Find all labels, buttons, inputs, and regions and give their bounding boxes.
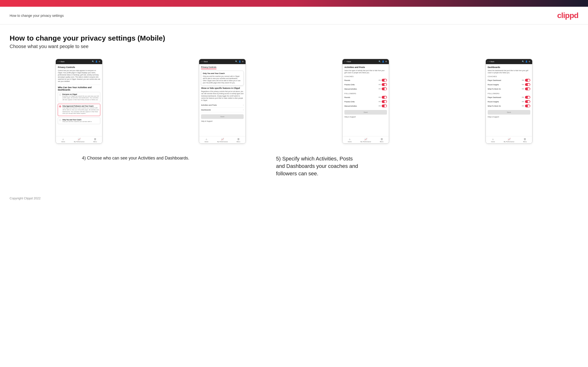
drills-coaches-label: Practice Drills [344, 84, 355, 85]
round-insights-coaches-toggle[interactable] [525, 83, 530, 86]
player-dashboard-followers-toggle[interactable] [525, 96, 530, 99]
header-icons-3: 🔍 👤 ⚙ [379, 60, 387, 63]
home-label-1: Home [61, 141, 65, 142]
search-icon-2[interactable]: 🔍 [235, 60, 238, 63]
settings-icon-4[interactable]: ⚙ [529, 60, 530, 63]
profile-icon-4[interactable]: 👤 [525, 60, 528, 63]
privacy-description: Control how you and your data appears to… [58, 69, 100, 83]
save-button-2[interactable]: Save [201, 114, 244, 119]
rounds-followers-toggle[interactable] [382, 96, 387, 99]
performance-icon: 📈 [78, 138, 81, 141]
copyright: Copyright Clippd 2022 [10, 196, 578, 200]
back-nav-4[interactable]: ‹ < Back [488, 61, 494, 62]
profile-icon[interactable]: 👤 [95, 60, 98, 63]
save-button-4[interactable]: Save [488, 110, 530, 115]
option-coach-only[interactable]: Only You and Your Coach Only you and the… [58, 117, 100, 124]
toggle-drills-followers[interactable]: Practice Drills ON [344, 100, 387, 104]
radio-coach-only[interactable] [59, 119, 61, 121]
option-followers[interactable]: Only Approved Followers and Your Coach O… [58, 104, 100, 116]
phone-body-2: Privacy Controls Only You and Your Coach… [199, 64, 246, 136]
toggle-what-to-work-followers[interactable]: What To Work On ON [488, 104, 530, 108]
drills-coaches-toggle[interactable] [382, 83, 387, 86]
round-insights-followers-toggle[interactable] [525, 100, 530, 103]
menu-label-4: Menu [523, 141, 527, 142]
back-nav-1[interactable]: ‹ < Back [58, 61, 64, 62]
toggle-round-insights-coaches[interactable]: Round Insights ON [488, 82, 530, 87]
search-icon-3[interactable]: 🔍 [379, 60, 381, 63]
toggle-manual-coaches[interactable]: Manual Activities ON [344, 87, 387, 91]
back-label-4: < Back [489, 61, 494, 62]
phone-footer-1: ⌂ Home 📈 My Performance ☰ Menu [56, 136, 102, 143]
footer-home-2[interactable]: ⌂ Home [204, 138, 208, 142]
toggle-player-dashboard-coaches[interactable]: Player Dashboard ON [488, 78, 530, 82]
radio-everyone[interactable] [59, 94, 61, 96]
option-everyone[interactable]: Everyone on Clippd Everyone on Clippd ca… [58, 92, 100, 102]
footer-performance-1[interactable]: 📈 My Performance [74, 138, 84, 142]
footer-performance-2[interactable]: 📈 My Performance [217, 138, 228, 142]
manual-followers-toggle[interactable] [382, 104, 387, 107]
caption-right-area: 5) Specify which Activities, Posts and D… [262, 151, 578, 177]
followers-label-4: FOLLOWERS [488, 93, 530, 94]
drills-followers-toggle[interactable] [382, 100, 387, 103]
followers-label-3: FOLLOWERS [344, 93, 387, 94]
phone-footer-3: ⌂ Home 📈 My Performance ☰ Menu [342, 136, 389, 143]
search-icon[interactable]: 🔍 [92, 60, 94, 63]
privacy-controls-title: Privacy Controls [58, 66, 100, 68]
profile-icon-3[interactable]: 👤 [382, 60, 384, 63]
feature-title: Show or hide specific features in Clippd [201, 87, 244, 89]
footer-menu-2[interactable]: ☰ Menu [237, 138, 240, 142]
footer-performance-4[interactable]: 📈 My Performance [504, 138, 514, 142]
option-followers-label: Only Approved Followers and Your Coach [62, 105, 99, 107]
back-nav-3[interactable]: ‹ < Back [344, 61, 351, 62]
footer-performance-3[interactable]: 📈 My Performance [361, 138, 371, 142]
phone-frame-1: ‹ < Back 🔍 👤 ⚙ Privacy Controls Control … [56, 59, 103, 144]
toggle-rounds-followers[interactable]: Rounds ON [344, 95, 387, 100]
drills-followers-on-text: ON [379, 101, 381, 102]
home-label-2: Home [204, 141, 208, 142]
manual-coaches-toggle[interactable] [382, 87, 387, 90]
what-to-work-coaches-label: What To Work On [488, 88, 501, 90]
tooltip-title: Only You and Your Coach [203, 72, 242, 75]
toggle-rounds-coaches[interactable]: Rounds ON [344, 78, 387, 82]
privacy-tab: Privacy Controls [201, 66, 216, 69]
chevron-right-icon-dashboards: › [243, 109, 244, 111]
toggle-drills-coaches[interactable]: Practice Drills ON [344, 82, 387, 87]
toggle-manual-followers[interactable]: Manual Activities ON [344, 104, 387, 108]
search-icon-4[interactable]: 🔍 [522, 60, 524, 63]
save-button-3[interactable]: Save [344, 110, 387, 115]
round-insights-coaches-on-text: ON [522, 84, 524, 85]
menu-icon-3: ☰ [381, 138, 383, 141]
dashboards-title: Dashboards [488, 66, 530, 68]
player-dashboard-coaches-toggle[interactable] [525, 79, 530, 82]
toggle-what-to-work-coaches[interactable]: What To Work On ON [488, 87, 530, 91]
activities-label: Activities and Posts [201, 104, 217, 106]
menu-icon-2: ☰ [237, 138, 240, 141]
performance-icon-4: 📈 [508, 138, 510, 141]
footer-menu-1[interactable]: ☰ Menu [93, 138, 97, 142]
settings-icon[interactable]: ⚙ [99, 60, 100, 63]
what-to-work-followers-toggle[interactable] [525, 104, 530, 107]
logo: clippd [557, 11, 578, 20]
performance-label-3: My Performance [361, 141, 371, 142]
radio-followers[interactable] [59, 105, 61, 107]
phone-header-2: ‹ < Back 🔍 👤 ⚙ [199, 59, 246, 64]
toggle-player-dashboard-followers[interactable]: Player Dashboard ON [488, 95, 530, 100]
toggle-round-insights-followers[interactable]: Round Insights ON [488, 100, 530, 104]
rounds-coaches-toggle[interactable] [382, 79, 387, 82]
footer-menu-4[interactable]: ☰ Menu [523, 138, 527, 142]
footer-menu-3[interactable]: ☰ Menu [380, 138, 384, 142]
profile-icon-2[interactable]: 👤 [239, 60, 241, 63]
option-everyone-label: Everyone on Clippd [62, 93, 99, 95]
phone-footer-2: ⌂ Home 📈 My Performance ☰ Menu [199, 136, 246, 143]
dashboards-menu-item[interactable]: Dashboards › [201, 108, 244, 112]
footer-home-1[interactable]: ⌂ Home [61, 138, 65, 142]
settings-icon-2[interactable]: ⚙ [242, 60, 244, 63]
footer-home-3[interactable]: ⌂ Home [348, 138, 352, 142]
settings-icon-3[interactable]: ⚙ [385, 60, 387, 63]
footer-home-4[interactable]: ⌂ Home [491, 138, 495, 142]
back-nav-2[interactable]: ‹ < Back [201, 61, 208, 62]
what-to-work-coaches-toggle[interactable] [525, 87, 530, 90]
header-icons-2: 🔍 👤 ⚙ [235, 60, 244, 63]
activities-menu-item[interactable]: Activities and Posts › [201, 103, 244, 108]
screenshot-group-3: ‹ < Back 🔍 👤 ⚙ Activities and Posts Sele… [296, 59, 435, 144]
